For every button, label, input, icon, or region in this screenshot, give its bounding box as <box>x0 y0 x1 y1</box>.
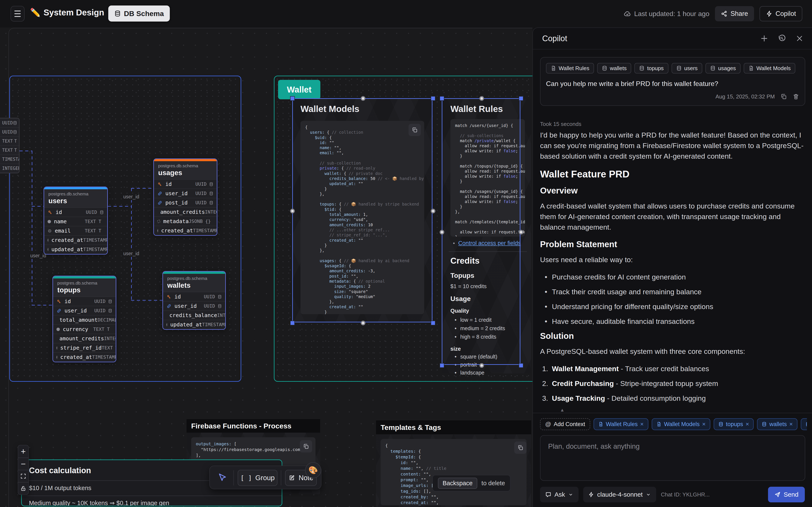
context-chip-users[interactable]: users <box>672 63 703 73</box>
tab-db-schema[interactable]: DB Schema <box>108 5 170 21</box>
field-row-id[interactable]: idUUID <box>44 208 107 217</box>
table-schema: postgres.db.schema <box>158 163 212 168</box>
model-select[interactable]: claude-4-sonnet <box>583 487 656 502</box>
panel-wallet-rules[interactable]: Wallet Rulesmatch /users/{user_id} { // … <box>442 99 531 374</box>
field-type: TIMESTAMP <box>92 354 116 360</box>
table-name: wallets <box>167 281 221 289</box>
chat-input[interactable] <box>540 435 805 481</box>
remove-chip-icon[interactable]: × <box>746 421 749 428</box>
field-row-currency[interactable]: currencyTEXTT <box>53 325 116 334</box>
field-name: amount_credits <box>160 209 205 215</box>
zoom-in-button[interactable]: + <box>18 445 28 458</box>
table-header[interactable]: postgres.db.schemawallets <box>163 274 225 292</box>
table-schema: postgres.db.schema <box>57 281 111 286</box>
wallet-rules-code[interactable]: match /users/{user_id} { // sub-collecti… <box>450 119 525 237</box>
copy-message-button[interactable] <box>780 93 787 100</box>
close-panel-button[interactable] <box>796 34 804 43</box>
table-header[interactable]: postgres.db.schemausages <box>154 161 217 179</box>
table-wallets[interactable]: postgres.db.schemawalletsidUUIDuser_idUU… <box>162 271 226 330</box>
field-row-email[interactable]: emailTEXTT <box>44 226 107 235</box>
panel-wallet-models[interactable]: Wallet Models{ users: { // collection $u… <box>293 99 432 322</box>
control-access-link[interactable]: Control access per fields <box>458 240 521 246</box>
context-chip-wallet-models[interactable]: Wallet Models <box>744 63 795 73</box>
context-chip-wallet-rules[interactable]: Wallet Rules <box>546 63 594 73</box>
resize-handle-icon[interactable]: ▲ <box>560 407 565 413</box>
new-chat-button[interactable] <box>760 34 768 43</box>
templates-code[interactable]: { templates: { $tempId: { id: "", name: … <box>380 439 526 505</box>
size-item: •square (default) <box>450 354 529 360</box>
chevron-down-icon <box>568 492 573 497</box>
response-bullet: •Track their credit usage and remaining … <box>540 286 805 297</box>
table-topups[interactable]: postgres.db.schematopupsidUUIDuser_idUUI… <box>52 276 116 362</box>
field-row-name[interactable]: nameTEXTT <box>44 217 107 226</box>
field-row-user_id[interactable]: user_idUUID <box>163 301 225 311</box>
relationship-line <box>32 206 44 207</box>
active-context-chip-wallet-models[interactable]: Wallet Models× <box>652 418 710 430</box>
history-button[interactable] <box>778 34 786 43</box>
required-field-icon <box>56 328 60 331</box>
field-row-user_id[interactable]: user_idUUID <box>53 306 116 315</box>
copy-code-button[interactable] <box>300 440 312 452</box>
db-icon <box>676 65 682 71</box>
user-message-card: Wallet RuleswalletstopupsusersusagesWall… <box>540 57 805 106</box>
mode-select-ask[interactable]: Ask <box>540 487 578 502</box>
field-row-stripe_ref_id[interactable]: stripe_ref_idTEXTT <box>53 343 116 352</box>
field-row-amount_credits[interactable]: amount_creditsINTEGER# <box>53 334 116 343</box>
wallet-models-code[interactable]: { users: { // collection $uid: { id: "" … <box>301 121 424 314</box>
quality-item: •low = 1 credit <box>450 317 529 323</box>
field-row-credits_balance[interactable]: credits_balanceINTEGER# <box>163 311 225 320</box>
db-icon <box>805 421 807 427</box>
context-chip-usages[interactable]: usages <box>705 63 741 73</box>
send-button[interactable]: Send <box>768 487 805 502</box>
table-header[interactable]: postgres.db.schematopups <box>53 278 116 297</box>
add-context-button[interactable]: @Add Context <box>540 418 590 430</box>
copy-code-button[interactable] <box>409 124 421 136</box>
fit-view-button[interactable] <box>18 470 28 482</box>
table-users[interactable]: postgres.db.schemausersidUUIDnameTEXTTem… <box>44 186 108 255</box>
active-context-chip-wallets[interactable]: wallets× <box>757 418 798 430</box>
remove-chip-icon[interactable]: × <box>702 421 706 428</box>
field-row-created_at[interactable]: created_atTIMESTAMP <box>44 235 107 245</box>
field-row-created_at[interactable]: created_atTIMESTAMP <box>154 226 217 235</box>
copilot-toggle-button[interactable]: Copilot <box>760 6 803 21</box>
group-tool-button[interactable]: [ ]Group <box>238 470 277 486</box>
optional-field-icon <box>48 248 48 251</box>
context-chip-wallets[interactable]: wallets <box>597 63 631 73</box>
field-row-metadata[interactable]: metadataJSONB{} <box>154 217 217 226</box>
field-row-updated_at[interactable]: updated_atTIMESTAMP <box>44 245 107 254</box>
remove-chip-icon[interactable]: × <box>790 421 793 428</box>
field-row-created_at[interactable]: created_atTIMESTAMP <box>53 352 116 362</box>
field-row-updated_at[interactable]: updated_atTIMESTAMP <box>163 320 225 329</box>
field-row-total_amount[interactable]: total_amountDECIMAL <box>53 315 116 325</box>
cursor-tool[interactable] <box>217 473 227 483</box>
diagram-canvas[interactable]: Walletuser_iduser_iduser_iduser_idUUIDUU… <box>0 27 532 507</box>
field-row-amount_credits[interactable]: amount_creditsINTEGER# <box>154 207 217 217</box>
context-chip-topups[interactable]: topups <box>635 63 668 73</box>
lock-button[interactable] <box>18 482 28 494</box>
color-palette-button[interactable]: 🎨 <box>305 462 321 478</box>
remove-chip-icon[interactable]: × <box>640 421 644 428</box>
at-icon: @ <box>545 421 551 428</box>
active-context-chip-u[interactable]: u× <box>801 418 807 430</box>
group-label-wallet[interactable]: Wallet <box>278 80 320 99</box>
field-row-id[interactable]: idUUID <box>154 179 217 189</box>
panel-templates-tags[interactable]: Templates & Tags{ templates: { $tempId: … <box>376 420 531 507</box>
cloud-check-icon <box>623 10 631 17</box>
delete-message-button[interactable] <box>793 93 799 100</box>
zoom-out-button[interactable]: − <box>18 458 28 470</box>
active-context-chip-topups[interactable]: topups× <box>714 418 754 430</box>
share-button[interactable]: Share <box>715 6 754 21</box>
field-row-user_id[interactable]: user_idUUID <box>154 189 217 198</box>
table-header[interactable]: postgres.db.schemausers <box>44 189 107 208</box>
field-row-id[interactable]: idUUID <box>53 297 116 306</box>
credits-heading: Credits <box>450 256 529 266</box>
field-type: TIMESTAMP <box>193 228 217 233</box>
partial-table[interactable]: UUIDUUIDTEXTTTEXTTTIMESTAMPINTEGER# <box>0 118 19 173</box>
menu-button[interactable] <box>11 6 24 21</box>
field-row-post_id[interactable]: post_idUUID <box>154 198 217 207</box>
table-usages[interactable]: postgres.db.schemausagesidUUIDuser_idUUI… <box>153 158 217 236</box>
copy-code-button[interactable] <box>514 442 526 454</box>
active-context-chip-wallet-rules[interactable]: Wallet Rules× <box>594 418 648 430</box>
relationship-label: user_id <box>121 250 141 257</box>
field-row-id[interactable]: idUUID <box>163 292 225 301</box>
